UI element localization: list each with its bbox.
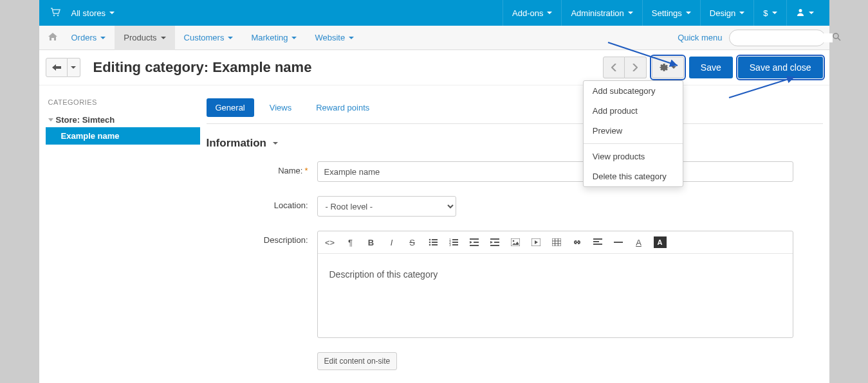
svg-rect-33	[593, 238, 602, 240]
navbar: Orders Products Customers Marketing Webs…	[39, 26, 829, 50]
save-button[interactable]: Save	[689, 57, 733, 78]
menu-settings[interactable]: Settings	[642, 0, 700, 26]
svg-rect-23	[494, 242, 499, 243]
svg-point-11	[429, 244, 430, 246]
menu-currency[interactable]: $	[753, 0, 786, 26]
home-icon[interactable]	[43, 33, 62, 42]
svg-line-5	[608, 42, 678, 66]
video-icon[interactable]	[530, 236, 542, 248]
svg-rect-14	[452, 239, 458, 240]
chevron-down-icon	[686, 12, 691, 14]
menu-design[interactable]: Design	[700, 0, 753, 26]
nav-orders[interactable]: Orders	[62, 26, 115, 50]
back-button[interactable]	[46, 58, 68, 77]
quick-menu-link[interactable]: Quick menu	[678, 33, 722, 42]
svg-rect-35	[593, 244, 602, 245]
table-icon[interactable]	[551, 236, 562, 248]
location-select[interactable]: - Root level -	[317, 196, 456, 217]
strikethrough-icon[interactable]: S	[407, 236, 418, 248]
bold-icon[interactable]: B	[365, 236, 377, 248]
svg-rect-8	[432, 239, 438, 240]
dd-add-subcategory[interactable]: Add subcategory	[584, 81, 683, 101]
collapse-icon	[48, 118, 53, 121]
store-selector[interactable]: All stores	[65, 8, 121, 18]
svg-text:3: 3	[449, 243, 451, 246]
image-icon[interactable]	[510, 236, 521, 248]
annotation-arrow	[607, 41, 684, 69]
svg-rect-16	[452, 242, 458, 243]
location-label: Location:	[207, 196, 317, 210]
rich-text-editor: <> ¶ B I S 123	[317, 231, 793, 338]
topbar: All stores Add-ons Administration Settin…	[39, 0, 829, 26]
svg-point-0	[53, 14, 54, 15]
user-icon	[796, 8, 805, 19]
search-input[interactable]	[736, 33, 833, 42]
nav-website[interactable]: Website	[306, 26, 363, 50]
sidebar: CATEGORIES Store: Simtech Example name	[39, 85, 200, 383]
nav-customers[interactable]: Customers	[175, 26, 243, 50]
menu-addons[interactable]: Add-ons	[503, 0, 561, 26]
text-color-icon[interactable]: A	[633, 236, 645, 248]
chevron-down-icon	[273, 142, 278, 145]
svg-rect-24	[490, 245, 499, 246]
svg-rect-22	[490, 238, 499, 240]
nav-products[interactable]: Products	[115, 26, 174, 50]
dd-delete-category[interactable]: Delete this category	[584, 166, 683, 186]
name-label: Name:*	[207, 161, 317, 175]
annotation-arrow	[728, 75, 799, 100]
description-label: Description:	[207, 231, 317, 245]
main-content: General Views Reward points Information …	[200, 85, 829, 383]
cart-icon[interactable]	[46, 8, 65, 19]
unordered-list-icon[interactable]	[427, 236, 439, 248]
nav-marketing[interactable]: Marketing	[242, 26, 306, 50]
tree-root-label: Store: Simtech	[56, 115, 115, 125]
align-icon[interactable]	[592, 236, 604, 248]
code-view-icon[interactable]: <>	[324, 236, 336, 248]
tab-views[interactable]: Views	[261, 98, 300, 117]
search-icon	[833, 33, 841, 43]
svg-rect-36	[614, 242, 623, 243]
search-box[interactable]	[729, 30, 826, 46]
menu-user[interactable]	[786, 0, 823, 26]
svg-rect-20	[474, 242, 479, 243]
tab-general[interactable]: General	[207, 98, 254, 117]
dd-add-product[interactable]: Add product	[584, 101, 683, 121]
paragraph-icon[interactable]: ¶	[345, 236, 356, 248]
svg-point-1	[57, 14, 58, 15]
hr-icon[interactable]	[613, 236, 624, 248]
tab-reward-points[interactable]: Reward points	[307, 98, 378, 117]
svg-rect-12	[432, 244, 438, 245]
svg-rect-25	[511, 238, 520, 246]
dd-preview[interactable]: Preview	[584, 121, 683, 141]
editor-toolbar: <> ¶ B I S 123	[318, 231, 793, 254]
sidebar-heading: CATEGORIES	[46, 98, 200, 106]
editor-content[interactable]: Description of this category	[318, 254, 793, 337]
edit-onsite-button[interactable]: Edit content on-site	[317, 352, 398, 370]
svg-point-2	[799, 9, 802, 12]
row-edit-onsite: Edit content on-site	[207, 352, 823, 370]
svg-point-3	[833, 33, 838, 39]
svg-rect-21	[470, 245, 479, 246]
indent-icon[interactable]	[489, 236, 501, 248]
ordered-list-icon[interactable]: 123	[448, 236, 459, 248]
back-dropdown[interactable]	[68, 58, 80, 77]
chevron-down-icon	[772, 12, 777, 14]
svg-rect-18	[452, 244, 458, 245]
row-name: Name:*	[207, 161, 823, 182]
tree-child-selected[interactable]: Example name	[46, 127, 200, 145]
menu-administration[interactable]: Administration	[561, 0, 642, 26]
link-icon[interactable]	[571, 236, 583, 248]
chevron-down-icon	[109, 12, 115, 14]
tree-root[interactable]: Store: Simtech	[46, 112, 200, 127]
name-input[interactable]	[317, 161, 793, 182]
svg-rect-28	[552, 238, 561, 246]
section-information[interactable]: Information	[207, 137, 823, 150]
outdent-icon[interactable]	[468, 236, 480, 248]
dd-view-products[interactable]: View products	[584, 147, 683, 166]
chevron-down-icon	[547, 12, 552, 14]
svg-rect-34	[593, 241, 599, 242]
chevron-down-icon	[739, 12, 744, 14]
svg-rect-10	[432, 242, 438, 243]
background-color-icon[interactable]: A	[654, 236, 667, 248]
italic-icon[interactable]: I	[386, 236, 398, 248]
